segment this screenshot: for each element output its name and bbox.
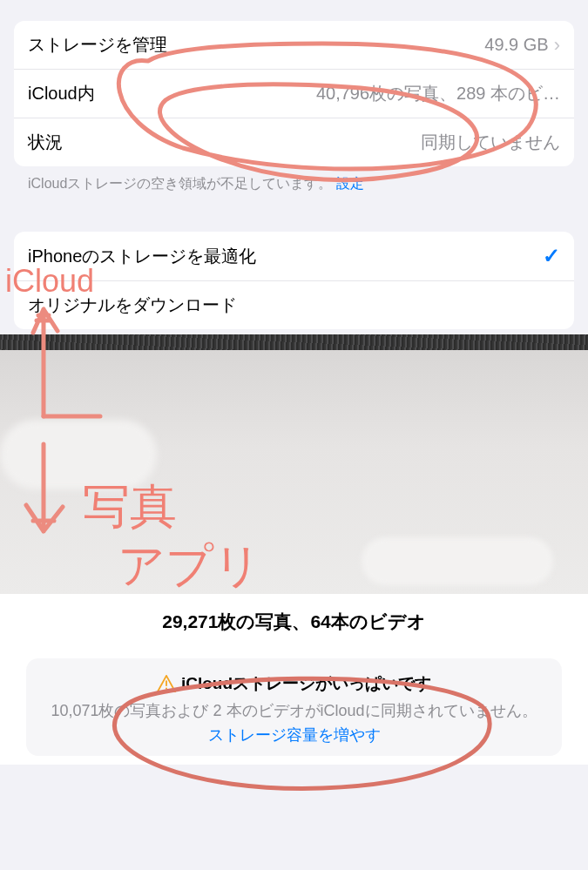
status-value: 同期していません (421, 131, 560, 154)
manage-storage-row[interactable]: ストレージを管理 49.9 GB › (14, 21, 574, 70)
photo-blur-1 (0, 420, 157, 489)
manage-storage-label: ストレージを管理 (28, 33, 167, 57)
checkmark-icon: ✓ (543, 244, 560, 268)
handdrawn-divider (0, 334, 588, 350)
storage-footer: iCloudストレージの空き領域が不足しています。 設定 (14, 166, 574, 214)
warning-title-text: iCloudストレージがいっぱいです (181, 672, 431, 695)
photo-blur-2 (362, 537, 553, 585)
download-originals-row[interactable]: オリジナルをダウンロード (14, 281, 574, 329)
photo-count-line: 29,271枚の写真、64本のビデオ (26, 610, 562, 634)
in-icloud-value: 40,796枚の写真、289 本のビ… (306, 82, 560, 105)
storage-footer-text: iCloudストレージの空き領域が不足しています。 (28, 176, 332, 191)
in-icloud-row: iCloud内 40,796枚の写真、289 本のビ… (14, 70, 574, 118)
in-icloud-label: iCloud内 (28, 82, 95, 105)
storage-warning-box: iCloudストレージがいっぱいです 10,071枚の写真および 2 本のビデオ… (26, 658, 562, 756)
svg-rect-0 (166, 680, 167, 685)
storage-footer-link[interactable]: 設定 (336, 176, 364, 191)
optimize-storage-row[interactable]: iPhoneのストレージを最適化 ✓ (14, 232, 574, 281)
manage-storage-value: 49.9 GB (484, 35, 548, 55)
download-originals-label: オリジナルをダウンロード (28, 293, 237, 317)
photos-app-section: 29,271枚の写真、64本のビデオ iCloudストレージがいっぱいです 10… (0, 350, 588, 765)
increase-storage-link[interactable]: ストレージ容量を増やす (35, 725, 553, 745)
status-row: 状況 同期していません (14, 118, 574, 166)
icloud-settings-section: ストレージを管理 49.9 GB › iCloud内 40,796枚の写真、28… (0, 0, 588, 329)
warning-title: iCloudストレージがいっぱいです (35, 672, 553, 695)
status-label: 状況 (28, 131, 63, 154)
storage-card: ストレージを管理 49.9 GB › iCloud内 40,796枚の写真、28… (14, 21, 574, 166)
photos-summary: 29,271枚の写真、64本のビデオ iCloudストレージがいっぱいです 10… (0, 594, 588, 765)
chevron-right-icon: › (554, 34, 560, 57)
warning-description: 10,071枚の写真および 2 本のビデオがiCloudに同期されていません。 (35, 700, 553, 721)
optimize-card: iPhoneのストレージを最適化 ✓ オリジナルをダウンロード (14, 232, 574, 329)
warning-icon (157, 675, 176, 692)
optimize-storage-label: iPhoneのストレージを最適化 (28, 245, 256, 268)
photo-collage-placeholder (0, 350, 588, 594)
svg-rect-1 (166, 688, 167, 690)
